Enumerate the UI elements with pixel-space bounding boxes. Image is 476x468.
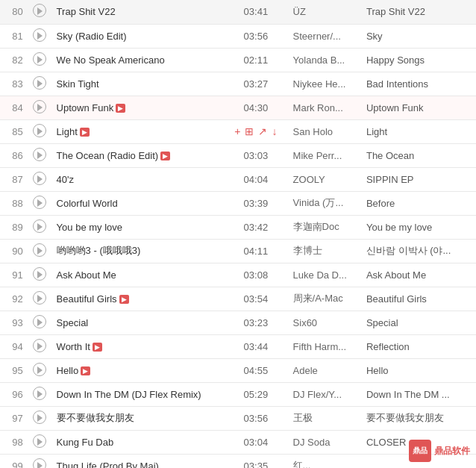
- play-button[interactable]: [33, 100, 46, 113]
- track-artist: DJ Soda: [289, 430, 362, 454]
- play-button[interactable]: [33, 315, 46, 328]
- track-duration: 04:11: [223, 239, 288, 263]
- track-album: 要不要做我女朋友: [362, 406, 476, 430]
- track-artist: Steerner/...: [289, 24, 362, 48]
- video-icon: ▶: [80, 128, 90, 137]
- play-button[interactable]: [33, 458, 46, 469]
- play-cell[interactable]: [28, 24, 52, 48]
- table-row: 83Skin Tight03:27Niykee He...Bad Intenti…: [0, 72, 476, 96]
- play-cell[interactable]: [28, 287, 52, 311]
- play-cell[interactable]: [28, 382, 52, 406]
- play-button[interactable]: [33, 363, 46, 376]
- track-duration: 03:44: [223, 334, 288, 358]
- track-title: Skin Tight: [52, 72, 224, 96]
- play-cell[interactable]: [28, 191, 52, 215]
- play-button[interactable]: [33, 172, 46, 185]
- track-title: Thug Life (Prod.By Mai): [52, 454, 224, 468]
- play-button[interactable]: [33, 243, 46, 257]
- play-cell[interactable]: [28, 239, 52, 263]
- track-title: Worth It▶: [52, 334, 224, 358]
- table-row: 85Light▶+⊞↗↓San HoloLight: [0, 119, 476, 143]
- play-cell[interactable]: [28, 167, 52, 191]
- play-cell[interactable]: [28, 311, 52, 334]
- play-cell[interactable]: [28, 263, 52, 287]
- play-button[interactable]: [33, 339, 46, 352]
- track-artist: Adele: [289, 358, 362, 382]
- play-button[interactable]: [33, 76, 46, 90]
- track-album: Bad Intentions: [362, 72, 476, 96]
- track-duration: 04:30: [223, 96, 288, 119]
- track-number: 81: [0, 24, 28, 48]
- track-artist: DJ Flex/Y...: [289, 382, 362, 406]
- track-artist: 周来/A-Mac: [289, 287, 362, 311]
- track-artist: ÜZ: [289, 0, 362, 24]
- play-cell[interactable]: [28, 358, 52, 382]
- track-actions[interactable]: +⊞↗↓: [223, 119, 288, 143]
- play-button[interactable]: [33, 291, 46, 305]
- play-cell[interactable]: [28, 0, 52, 24]
- table-row: 89You be my love03:42李迦南DocYou be my lov…: [0, 215, 476, 239]
- track-duration: 03:56: [223, 406, 288, 430]
- track-title: 40'z: [52, 167, 224, 191]
- play-cell[interactable]: [28, 334, 52, 358]
- track-duration: 03:41: [223, 0, 288, 24]
- track-album: Hello: [362, 358, 476, 382]
- play-button[interactable]: [33, 148, 46, 161]
- track-title: You be my love: [52, 215, 224, 239]
- track-album: 신바람 이박사 (야...: [362, 239, 476, 263]
- track-title: Colorful World: [52, 191, 224, 215]
- play-button[interactable]: [33, 219, 46, 233]
- add-icon[interactable]: +: [234, 125, 240, 137]
- play-button[interactable]: [33, 411, 46, 424]
- play-cell[interactable]: [28, 96, 52, 119]
- watermark-text: 鼎品软件: [434, 445, 470, 458]
- share-icon[interactable]: ↗: [258, 125, 267, 137]
- video-icon: ▶: [116, 104, 125, 113]
- track-duration: 04:55: [223, 358, 288, 382]
- track-artist: Niykee He...: [289, 72, 362, 96]
- folder-icon[interactable]: ⊞: [245, 125, 254, 137]
- track-album: Happy Songs: [362, 48, 476, 72]
- track-album: Reflection: [362, 334, 476, 358]
- track-album: Uptown Funk: [362, 96, 476, 119]
- play-cell[interactable]: [28, 406, 52, 430]
- track-artist: Mike Perr...: [289, 143, 362, 167]
- track-title: Sky (Radio Edit): [52, 24, 224, 48]
- play-button[interactable]: [33, 267, 46, 281]
- table-row: 8740'z04:04ZOOLYSIPPIN EP: [0, 167, 476, 191]
- play-button[interactable]: [33, 124, 46, 137]
- table-row: 94Worth It▶03:44Fifth Harm...Reflection: [0, 334, 476, 358]
- download-icon[interactable]: ↓: [272, 125, 277, 137]
- track-artist: San Holo: [289, 119, 362, 143]
- play-button[interactable]: [33, 28, 46, 42]
- track-number: 93: [0, 311, 28, 334]
- track-duration: 03:56: [223, 24, 288, 48]
- track-album: Sky: [362, 24, 476, 48]
- play-button[interactable]: [33, 196, 46, 209]
- track-title: Hello▶: [52, 358, 224, 382]
- track-number: 84: [0, 96, 28, 119]
- play-button[interactable]: [33, 4, 46, 17]
- track-duration: 03:35: [223, 454, 288, 468]
- play-cell[interactable]: [28, 143, 52, 167]
- track-number: 95: [0, 358, 28, 382]
- table-row: 93Special03:23Six60Special: [0, 311, 476, 334]
- play-cell[interactable]: [28, 430, 52, 454]
- play-button[interactable]: [33, 387, 46, 400]
- track-duration: 03:04: [223, 430, 288, 454]
- play-cell[interactable]: [28, 454, 52, 468]
- track-number: 86: [0, 143, 28, 167]
- track-duration: 05:29: [223, 382, 288, 406]
- play-cell[interactable]: [28, 119, 52, 143]
- video-icon: ▶: [81, 366, 90, 375]
- video-icon: ▶: [119, 295, 129, 304]
- play-cell[interactable]: [28, 48, 52, 72]
- play-button[interactable]: [33, 52, 46, 66]
- track-number: 91: [0, 263, 28, 287]
- track-artist: 王极: [289, 406, 362, 430]
- video-icon: ▶: [93, 343, 102, 352]
- play-cell[interactable]: [28, 215, 52, 239]
- play-button[interactable]: [33, 434, 46, 448]
- track-duration: 03:27: [223, 72, 288, 96]
- play-cell[interactable]: [28, 72, 52, 96]
